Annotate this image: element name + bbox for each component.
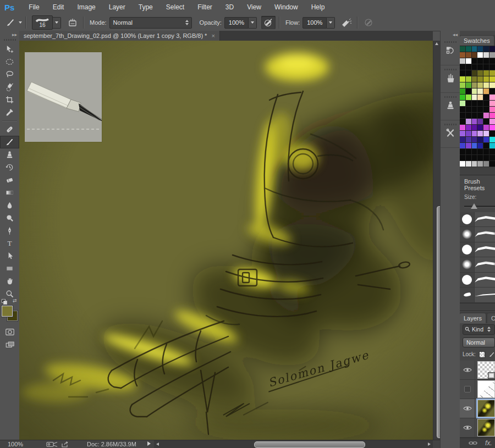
swatch[interactable] — [490, 76, 495, 82]
swatch[interactable] — [472, 89, 477, 94]
canvas[interactable]: Solomon Jagwe — [19, 41, 433, 440]
layer-row[interactable] — [460, 361, 495, 380]
swatch[interactable] — [490, 113, 495, 118]
swatch[interactable] — [483, 125, 489, 130]
swatch[interactable] — [477, 95, 483, 100]
expand-panels-icon[interactable]: ◂◂ — [453, 32, 458, 37]
swatch[interactable] — [460, 143, 465, 148]
swatch[interactable] — [472, 161, 477, 167]
swatch[interactable] — [472, 82, 477, 88]
swatch[interactable] — [460, 58, 465, 64]
swatch[interactable] — [477, 89, 483, 94]
slider-thumb-icon[interactable] — [471, 203, 477, 209]
tool-preset-caret-icon[interactable] — [19, 21, 22, 24]
drive-icon[interactable] — [46, 441, 58, 447]
eraser-tool[interactable] — [0, 174, 19, 186]
layer-row[interactable] — [460, 399, 495, 418]
swatch[interactable] — [460, 101, 465, 106]
swatch[interactable] — [466, 70, 471, 76]
swatch[interactable] — [483, 137, 489, 142]
swatch[interactable] — [483, 149, 489, 154]
swatch[interactable] — [490, 155, 495, 161]
tool-presets-panel-button[interactable] — [441, 120, 460, 148]
swatch[interactable] — [472, 101, 477, 106]
swatch[interactable] — [477, 143, 483, 148]
menu-item[interactable]: Help — [305, 0, 332, 14]
quick-selection-tool[interactable] — [0, 81, 19, 93]
menu-item[interactable]: View — [240, 0, 268, 14]
swatch[interactable] — [483, 82, 489, 88]
collapse-toolbar-icon[interactable]: ▸▸ — [12, 32, 17, 37]
swatch[interactable] — [490, 143, 495, 148]
swatch[interactable] — [472, 125, 477, 130]
swatch[interactable] — [477, 137, 483, 142]
swatch[interactable] — [466, 101, 471, 106]
eyedropper-tool[interactable] — [0, 106, 19, 119]
link-layers-icon[interactable] — [469, 441, 477, 445]
swatch[interactable] — [490, 64, 495, 70]
swatch[interactable] — [460, 149, 465, 154]
flow-caret[interactable] — [327, 17, 335, 29]
swatch[interactable] — [483, 113, 489, 118]
menu-item[interactable]: Edit — [46, 0, 71, 14]
swatch[interactable] — [477, 82, 483, 88]
swatch[interactable] — [483, 52, 489, 58]
brush-tool[interactable] — [0, 136, 19, 148]
swatch[interactable] — [477, 52, 483, 58]
swatch[interactable] — [483, 64, 489, 70]
swatch[interactable] — [466, 95, 471, 100]
document-tab[interactable]: september_7th_Drawing_02.psd @ 100% (Lay… — [19, 31, 220, 41]
swatch[interactable] — [472, 119, 477, 124]
swatch[interactable] — [466, 58, 471, 64]
swatch[interactable] — [466, 131, 471, 136]
swatch[interactable] — [460, 131, 465, 136]
size-slider[interactable] — [464, 202, 491, 211]
swatch[interactable] — [466, 155, 471, 161]
swatch[interactable] — [483, 131, 489, 136]
swatch[interactable] — [483, 143, 489, 148]
tab-layers[interactable]: Layers — [460, 313, 486, 323]
menu-item[interactable]: 3D — [219, 0, 240, 14]
move-tool[interactable] — [0, 43, 19, 56]
shape-tool[interactable] — [0, 262, 19, 275]
swatch[interactable] — [477, 107, 483, 112]
swatch[interactable] — [490, 107, 495, 112]
swatch[interactable] — [477, 58, 483, 64]
layer-row[interactable] — [460, 418, 495, 438]
menu-item[interactable]: File — [22, 0, 46, 14]
swatch[interactable] — [472, 76, 477, 82]
swatch[interactable] — [483, 58, 489, 64]
swatch[interactable] — [477, 155, 483, 161]
swatch[interactable] — [477, 46, 483, 52]
swatch[interactable] — [483, 46, 489, 52]
zoom-level-field[interactable]: 100% — [8, 441, 23, 447]
swatch[interactable] — [477, 101, 483, 106]
screen-mode-button[interactable] — [0, 338, 19, 351]
swatch[interactable] — [483, 155, 489, 161]
scroll-up-icon[interactable] — [435, 42, 438, 45]
marquee-tool[interactable] — [0, 56, 19, 68]
swatch[interactable] — [472, 58, 477, 64]
swatch[interactable] — [466, 89, 471, 94]
healing-brush-tool[interactable] — [0, 123, 19, 136]
swatch[interactable] — [472, 131, 477, 136]
swatch[interactable] — [460, 52, 465, 58]
layer-thumbnail[interactable] — [477, 361, 495, 379]
swatch[interactable] — [477, 64, 483, 70]
lasso-tool[interactable] — [0, 68, 19, 81]
swatch[interactable] — [460, 95, 465, 100]
pressure-opacity-button[interactable] — [261, 16, 276, 29]
swatch[interactable] — [472, 113, 477, 118]
swatch[interactable] — [460, 137, 465, 142]
history-panel-button[interactable] — [441, 38, 460, 65]
history-brush-tool[interactable] — [0, 161, 19, 174]
swatch[interactable] — [477, 125, 483, 130]
swap-colors-icon[interactable]: ⇄ — [13, 298, 17, 303]
layer-thumbnail[interactable] — [477, 400, 495, 417]
swatch[interactable] — [460, 107, 465, 112]
swatch[interactable] — [466, 64, 471, 70]
visibility-toggle[interactable] — [460, 399, 475, 418]
horizontal-scrollbar[interactable] — [154, 440, 433, 448]
scroll-right-icon[interactable] — [428, 443, 431, 446]
swatch[interactable] — [466, 119, 471, 124]
